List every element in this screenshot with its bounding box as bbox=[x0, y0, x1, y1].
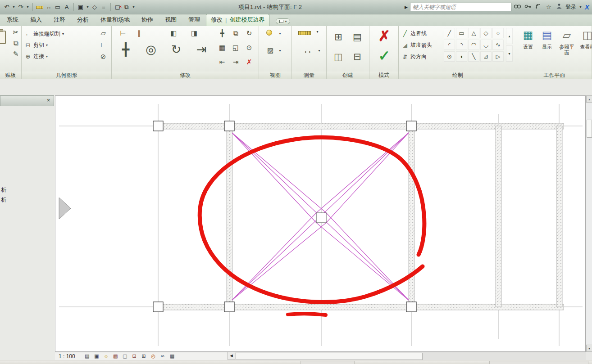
slope-arrow-button[interactable]: ◢ 坡度箭头 bbox=[401, 40, 432, 50]
drawing-canvas[interactable] bbox=[55, 95, 586, 352]
draw-arc-tangent-icon[interactable]: ◠ bbox=[468, 40, 479, 50]
workplane-set-button[interactable]: ▦ 设置 bbox=[519, 28, 537, 50]
tab-manage[interactable]: 管理 bbox=[182, 14, 206, 26]
plan-view[interactable] bbox=[55, 96, 585, 351]
move-small-icon[interactable]: ╋ bbox=[216, 28, 228, 39]
vertical-scrollbar[interactable]: ▴ ▾ bbox=[586, 95, 592, 352]
ribbon-minimize-button[interactable]: ▾ bbox=[276, 18, 290, 24]
mirror-pick-axis-icon[interactable]: ◧ bbox=[168, 28, 179, 39]
copy-icon[interactable]: ◎ bbox=[141, 40, 160, 59]
hide-in-view-icon[interactable] bbox=[266, 30, 272, 37]
create-similar-icon[interactable]: ▤ bbox=[349, 28, 365, 46]
show-crop-region-icon[interactable]: ⊞ bbox=[140, 353, 148, 360]
wall-join-icon[interactable]: ∟ bbox=[97, 40, 109, 50]
tab-annotate[interactable]: 注释 bbox=[48, 14, 71, 26]
draw-circumscribed-polygon-icon[interactable]: ◇ bbox=[480, 28, 492, 38]
tab-insert[interactable]: 插入 bbox=[24, 14, 48, 26]
tab-massing-site[interactable]: 体量和场地 bbox=[95, 14, 136, 26]
sign-in-label[interactable]: 登录 bbox=[565, 3, 576, 11]
scroll-down-icon[interactable]: ▾ bbox=[586, 345, 592, 352]
search-binoculars-icon[interactable] bbox=[514, 3, 522, 11]
sun-path-icon[interactable]: ☼ bbox=[102, 353, 110, 360]
tab-system[interactable]: 系统 bbox=[1, 14, 24, 26]
side-panel-header[interactable]: × bbox=[0, 95, 54, 106]
rotate-small-icon[interactable]: ↻ bbox=[243, 28, 255, 39]
paste-button[interactable] bbox=[0, 31, 6, 44]
pick-walls-icon[interactable]: ⊿ bbox=[480, 51, 492, 62]
detail-level-icon[interactable]: ▤ bbox=[83, 353, 91, 360]
communication-center-icon[interactable] bbox=[534, 3, 542, 11]
section-icon[interactable]: ◇ bbox=[91, 3, 99, 11]
span-direction-button[interactable]: ⇵ 跨方向 bbox=[401, 51, 427, 62]
finish-sketch-icon[interactable]: ✓ bbox=[375, 46, 394, 66]
temporary-hide-isolate-icon[interactable]: ∞ bbox=[159, 353, 167, 360]
subscription-key-icon[interactable] bbox=[524, 3, 532, 11]
trim-extend-corner-icon[interactable]: ⇥ bbox=[192, 40, 211, 59]
measure-dropdown-icon[interactable]: ▾ bbox=[315, 30, 319, 34]
titlebar-dropdown-icon[interactable]: ▾ bbox=[578, 5, 583, 9]
reveal-hidden-elements-icon[interactable]: ◎ bbox=[150, 353, 157, 360]
cut-to-clipboard-icon[interactable]: ✂ bbox=[10, 27, 22, 38]
pick-lines-icon[interactable]: ╲ bbox=[468, 51, 479, 62]
cut-dropdown-icon[interactable]: ▾ bbox=[46, 43, 48, 47]
redo-icon[interactable]: ↷ bbox=[17, 3, 25, 11]
exchange-apps-icon[interactable]: X bbox=[585, 3, 589, 11]
tab-collaborate[interactable]: 协作 bbox=[136, 14, 159, 26]
dimension-tool-icon[interactable]: ↔ bbox=[298, 40, 317, 60]
elevation-marker[interactable] bbox=[59, 198, 71, 219]
infocenter-expand-icon[interactable]: ▶ bbox=[405, 5, 408, 9]
unjoin-icon[interactable]: ⊘ bbox=[97, 51, 109, 62]
move-icon[interactable]: ╋ bbox=[116, 40, 135, 59]
draw-circle-icon[interactable]: ○ bbox=[492, 28, 504, 38]
ref-plane-button[interactable]: ▱ 参照平面 bbox=[557, 28, 577, 56]
shadows-icon[interactable]: ▩ bbox=[112, 353, 119, 360]
cancel-sketch-icon[interactable]: ✗ bbox=[375, 26, 394, 46]
text-icon[interactable]: A bbox=[63, 3, 71, 11]
draw-arc-center-ends-icon[interactable]: ◝ bbox=[456, 40, 467, 50]
tab-view[interactable]: 视图 bbox=[159, 14, 182, 26]
user-icon[interactable] bbox=[555, 3, 563, 11]
aligned-dimension-icon[interactable]: ↔ bbox=[45, 3, 53, 11]
pin-icon[interactable]: ⊙ bbox=[243, 42, 255, 53]
draw-ellipse-icon[interactable]: ⊙ bbox=[444, 51, 455, 62]
horizontal-scrollbar[interactable] bbox=[235, 352, 586, 360]
draw-arc-start-end-icon[interactable]: ◜ bbox=[444, 40, 455, 50]
structural-beams[interactable] bbox=[154, 123, 564, 310]
override-graphics-icon[interactable]: ▨ bbox=[264, 45, 276, 56]
viewer-button[interactable]: ◫ 查看器 bbox=[578, 28, 592, 50]
boundary-line-button[interactable]: ╱ 边界线 bbox=[401, 28, 427, 39]
thin-lines-icon[interactable]: ≡ bbox=[100, 3, 108, 11]
center-column[interactable] bbox=[316, 213, 326, 223]
dimension-dropdown-icon[interactable]: ▾ bbox=[317, 49, 321, 53]
switch-windows-dropdown-icon[interactable]: ▾ bbox=[132, 5, 136, 9]
switch-windows-icon[interactable]: ⧉ bbox=[123, 3, 131, 11]
save-group-icon[interactable]: ⊟ bbox=[349, 48, 365, 66]
load-as-group-icon[interactable]: ◫ bbox=[330, 48, 346, 66]
copy-small-icon[interactable]: ⧉ bbox=[230, 28, 241, 39]
redo-dropdown-icon[interactable]: ▾ bbox=[26, 5, 30, 9]
hide-dropdown-icon[interactable]: ▾ bbox=[278, 31, 282, 36]
draw-scroll-down-icon[interactable]: ▾ bbox=[506, 45, 513, 62]
close-icon[interactable]: × bbox=[45, 97, 52, 104]
worksharing-display-icon[interactable]: ▦ bbox=[168, 353, 176, 360]
visual-style-icon[interactable]: ▣ bbox=[93, 353, 100, 360]
draw-scroll-up-icon[interactable]: ▴ bbox=[506, 28, 513, 44]
tab-modify-create-floor-boundary[interactable]: 修改 | 创建楼层边界 bbox=[206, 14, 269, 26]
offset-icon[interactable]: ∥ bbox=[133, 28, 145, 39]
draw-arc-fillet-icon[interactable]: ◡ bbox=[480, 40, 492, 50]
cope-dropdown-icon[interactable]: ▾ bbox=[62, 32, 64, 36]
draw-partial-ellipse-icon[interactable]: ◖ bbox=[456, 51, 467, 62]
draw-rectangle-icon[interactable]: ▭ bbox=[456, 28, 467, 38]
measure-tool-icon[interactable] bbox=[298, 29, 311, 36]
create-group-icon[interactable]: ⊞ bbox=[330, 28, 346, 46]
vertical-scrollbar-thumb[interactable] bbox=[587, 120, 592, 138]
crop-view-icon[interactable]: ⊡ bbox=[131, 353, 138, 360]
align-icon[interactable]: ⊢ bbox=[117, 28, 129, 39]
trim-icon[interactable]: ⇤ bbox=[216, 57, 228, 67]
pick-supports-icon[interactable]: ▷ bbox=[492, 51, 504, 62]
extend-icon[interactable]: ⇥ bbox=[230, 57, 241, 67]
default-3d-view-icon[interactable]: ▣ bbox=[77, 3, 85, 11]
workplane-show-button[interactable]: ▤ 显示 bbox=[538, 28, 556, 50]
close-hidden-windows-icon[interactable]: ▢× bbox=[114, 3, 122, 11]
delete-icon[interactable]: ✗ bbox=[243, 57, 255, 67]
